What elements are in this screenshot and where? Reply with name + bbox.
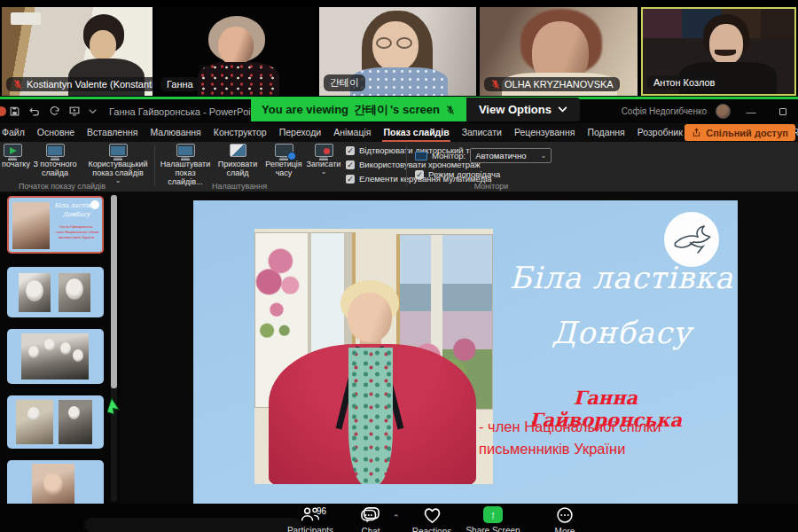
tab-transitions[interactable]: Переходи	[273, 123, 328, 142]
sharer-mic-muted-icon	[445, 105, 456, 115]
chevron-down-icon	[558, 106, 567, 113]
participants-button[interactable]: 96 Participants	[279, 506, 341, 532]
participant-tile-gantei[interactable]: 간테이	[319, 7, 476, 96]
glasses-shape	[396, 37, 412, 49]
tab-home[interactable]: Основне	[31, 123, 81, 142]
chat-chevron-icon[interactable]: ⌃	[393, 513, 400, 522]
scrollbar-thumb[interactable]	[111, 195, 117, 388]
restore-button[interactable]	[771, 104, 794, 120]
meeting-toolbar: 96 Participants ⌃ Chat Reactions ↑ Share…	[0, 504, 798, 532]
slide-thumbnail-panel: Біла ластівкаДонбасу Ганна Гайворонська-…	[0, 193, 121, 504]
presenter-cursor-icon	[107, 397, 123, 415]
slide-title-line1: Біла ластівка	[505, 250, 738, 305]
slide-title: Біла ластівка Донбасу	[505, 250, 738, 360]
toolbar-label: Chat	[361, 527, 379, 532]
hide-slide-button[interactable]: Приховати слайд	[215, 144, 261, 177]
thumb-photo	[12, 202, 50, 249]
checkbox-checked: ✓	[346, 160, 355, 169]
participant-name-tag: Антон Козлов	[647, 75, 721, 90]
thumb-photo	[21, 333, 89, 379]
custom-slideshow-button[interactable]: Користувацький показ слайдів ⌄	[85, 144, 151, 184]
participant-name-tag: Kostiantyn Valente (Konstantine)	[6, 77, 153, 91]
tab-draw[interactable]: Малювання	[144, 123, 207, 142]
setup-slideshow-button[interactable]: Налаштувати показ слайдів...	[158, 144, 213, 186]
chat-button[interactable]: ⌃ Chat	[340, 506, 402, 532]
tab-file[interactable]: Файл	[0, 123, 31, 142]
tab-developer[interactable]: Розробник	[631, 123, 689, 142]
minimize-button[interactable]: —	[739, 104, 763, 120]
participant-tile-olha[interactable]: OLHA KRYZHANOVSKA	[480, 7, 638, 96]
button-label: З початку	[0, 160, 30, 168]
art-shape	[90, 30, 116, 60]
share-banner-text: You are viewing 간테이's screen	[251, 98, 466, 121]
thumb-photo	[59, 400, 92, 444]
undo-icon[interactable]	[28, 106, 41, 117]
thumbnail-slide-2[interactable]	[7, 267, 104, 317]
art-shape	[26, 280, 43, 301]
qat-more-icon[interactable]	[89, 109, 97, 114]
presenter-view-checkbox[interactable]: ✓ Режим доповідача	[415, 169, 500, 179]
thumb-photo	[16, 400, 53, 444]
tab-design[interactable]: Конструктор	[207, 123, 273, 142]
share-banner: You are viewing 간테이's screen View Option…	[251, 98, 580, 121]
group-separator	[406, 145, 407, 186]
monitor-dropdown[interactable]: Автоматично ⌄	[470, 148, 552, 163]
rehearse-timings-button[interactable]: Репетиція часу	[262, 144, 305, 177]
thumbnail-slide-3[interactable]	[7, 329, 104, 384]
chevron-down-icon: ⌄	[540, 152, 546, 160]
toolbar-label: More	[555, 527, 575, 532]
ribbon-group-monitors: Монітор: Автоматично ⌄ ✓ Режим доповідач…	[410, 142, 573, 192]
tab-record[interactable]: Записати	[456, 123, 508, 142]
tab-insert[interactable]: Вставлення	[81, 123, 144, 142]
ribbon-tab-row: Файл Основне Вставлення Малювання Констр…	[0, 123, 798, 142]
thumbnail-scrollbar[interactable]	[111, 195, 117, 502]
title-bar-right: Софія Недогибченко —	[622, 99, 794, 123]
save-icon[interactable]	[9, 106, 20, 117]
thumbnail-slide-4[interactable]	[7, 395, 104, 449]
setup-show-icon	[176, 144, 195, 157]
slide-subtitle: - член Національної спілки письменників …	[479, 416, 727, 460]
record-button[interactable]: Записати ⌄	[305, 144, 342, 175]
participant-name: Ганна	[167, 79, 193, 90]
tab-slideshow[interactable]: Показ слайдів	[377, 123, 455, 142]
hide-slide-icon	[230, 144, 246, 157]
share-icon	[692, 128, 701, 137]
toolbar-reflection	[84, 518, 301, 532]
tab-animations[interactable]: Анімація	[327, 123, 377, 142]
screen: Kostiantyn Valente (Konstantine) Ганна	[0, 0, 798, 532]
participant-name: Kostiantyn Valente (Konstantine)	[27, 79, 153, 90]
banner-suffix: 's screen	[390, 103, 440, 116]
checkbox-checked: ✓	[415, 170, 424, 179]
account-avatar[interactable]	[716, 104, 731, 119]
ppt-share-label: Спільний доступ	[706, 128, 788, 138]
redo-icon[interactable]	[49, 106, 60, 117]
ppt-share-button[interactable]: Спільний доступ	[685, 124, 795, 141]
video-strip: Kostiantyn Valente (Konstantine) Ганна	[0, 0, 798, 97]
art-shape	[44, 339, 55, 351]
art-shape	[66, 278, 83, 300]
banner-sharer: 간테이	[354, 102, 388, 118]
monitor-label: Монітор:	[432, 151, 466, 160]
participant-tile-hanna[interactable]: Ганна	[156, 7, 316, 96]
thumbnail-slide-1[interactable]: Біла ластівкаДонбасу Ганна Гайворонська-…	[7, 196, 104, 254]
ribbon-group-setup: Налаштувати показ слайдів... Приховати с…	[156, 142, 403, 192]
ribbon-tabs: Файл Основне Вставлення Малювання Констр…	[0, 123, 798, 142]
from-current-slide-button[interactable]: З поточного слайда	[27, 144, 83, 177]
participant-name-tag: 간테이	[324, 74, 365, 91]
participants-count: 96	[317, 506, 326, 516]
reactions-button[interactable]: Reactions	[401, 506, 463, 532]
tab-review[interactable]: Рецензування	[508, 123, 581, 142]
participant-tile-kostiantyn[interactable]: Kostiantyn Valente (Konstantine)	[2, 7, 153, 96]
slide-title-line2: Донбасу	[505, 305, 738, 360]
button-label: Приховати слайд	[215, 160, 261, 177]
art-shape	[43, 473, 63, 496]
view-options-button[interactable]: View Options	[466, 98, 580, 121]
participant-tile-anton[interactable]: Антон Козлов	[641, 7, 796, 96]
slideshow-icon[interactable]	[68, 106, 81, 117]
group-separator	[154, 145, 155, 186]
share-screen-button[interactable]: ↑ Share Screen	[462, 506, 524, 532]
screen-fill	[48, 146, 62, 155]
slide-canvas[interactable]: Біла ластівка Донбасу Ганна Гайворонська…	[193, 200, 738, 504]
tab-view[interactable]: Подання	[581, 123, 630, 142]
more-button[interactable]: More	[534, 506, 596, 532]
